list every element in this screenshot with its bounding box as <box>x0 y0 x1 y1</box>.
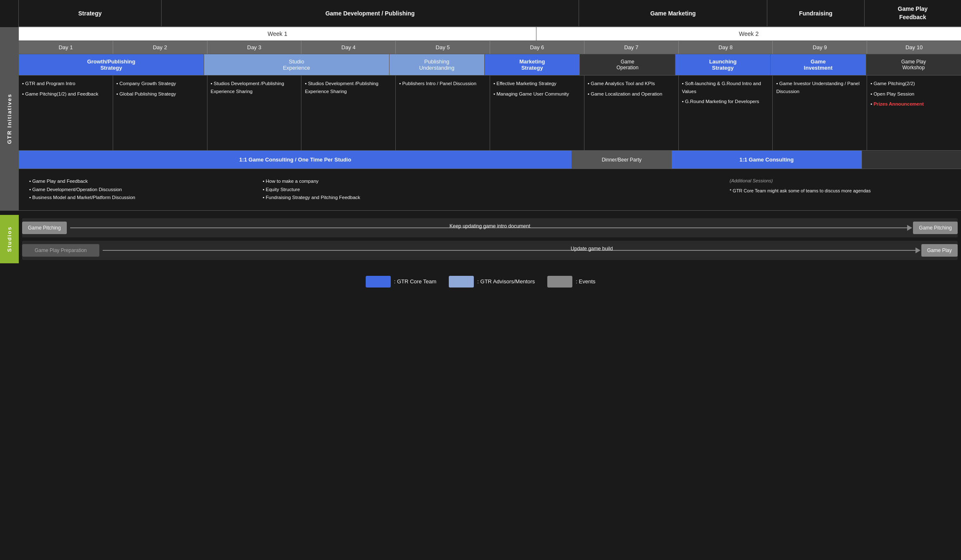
details-day8: Soft-launching & G.Round Intro and Value… <box>679 76 773 150</box>
studio-start-tag-1: Game Pitching <box>22 222 67 234</box>
activity-publishing: PublishingUnderstanding <box>389 54 485 75</box>
legend-label-events: : Events <box>576 278 595 285</box>
studio-start-text-2: Game Play Preparation <box>22 244 99 257</box>
legend-label-gtr: : GTR Core Team <box>394 278 437 285</box>
activity-investment: GameInvestment <box>771 54 866 75</box>
legend-item-advisors: : GTR Advisors/Mentors <box>449 276 535 288</box>
consulting-empty <box>862 151 961 169</box>
activity-game-op: GameOperation <box>580 54 675 75</box>
day-6: Day 6 <box>490 41 584 54</box>
extra-col2: How to make a company Equity Structure F… <box>256 177 490 202</box>
top-header: Strategy Game Development / Publishing G… <box>0 0 961 27</box>
legend-row: : GTR Core Team : GTR Advisors/Mentors :… <box>0 267 961 296</box>
content-area: Week 1 Week 2 Day 1 Day 2 Day 3 Day 4 Da… <box>19 27 961 211</box>
day-1: Day 1 <box>19 41 113 54</box>
week-row: Week 1 Week 2 <box>19 27 961 41</box>
legend-label-advisors: : GTR Advisors/Mentors <box>477 278 535 285</box>
activity-growth: Growth/PublishingStrategy <box>19 54 204 75</box>
page-wrapper: Strategy Game Development / Publishing G… <box>0 0 961 296</box>
studio-end-tag-1: Game Pitching <box>913 222 958 234</box>
details-day3: Studios Development /Publishing Experien… <box>207 76 302 150</box>
header-columns: Strategy Game Development / Publishing G… <box>19 0 961 27</box>
activity-studio: StudioExperience <box>204 54 389 75</box>
day-10: Day 10 <box>867 41 961 54</box>
day-2: Day 2 <box>113 41 207 54</box>
studio-row-pitching: Game Pitching Keep updating game intro d… <box>22 218 958 237</box>
legend-item-events: : Events <box>547 276 595 288</box>
details-day9: Game Investor Understanding / Panel Disc… <box>773 76 867 150</box>
activity-marketing: MarketingStrategy <box>485 54 580 75</box>
studio-end-tag-2: Game Play <box>921 244 958 257</box>
week2: Week 2 <box>536 27 961 40</box>
gtr-label: GTR Initiatives <box>0 27 19 211</box>
activity-launching: LaunchingStrategy <box>675 54 771 75</box>
day-row: Day 1 Day 2 Day 3 Day 4 Day 5 Day 6 Day … <box>19 41 961 54</box>
extra-col3 <box>490 177 723 202</box>
details-day1: GTR and Program Intro Game Pitching(1/2)… <box>19 76 113 150</box>
consulting-dinner: Dinner/Beer Party <box>572 151 671 169</box>
day-8: Day 8 <box>679 41 773 54</box>
details-day10: Game Pitching(2/2) Open Play Session Pri… <box>867 76 961 150</box>
legend-box-light-blue <box>449 276 474 288</box>
extra-col1: Game Play and Feedback Game Development/… <box>23 177 256 202</box>
header-game-play-feedback: Game PlayFeedback <box>865 0 961 26</box>
header-game-mkt: Game Marketing <box>579 0 768 26</box>
details-row: GTR and Program Intro Game Pitching(1/2)… <box>19 76 961 151</box>
details-day5: Publishers Intro / Panel Discussion <box>396 76 490 150</box>
studios-content: Game Pitching Keep updating game intro d… <box>19 215 961 263</box>
day-9: Day 9 <box>773 41 867 54</box>
studio-row-gameplay: Game Play Preparation Update game build … <box>22 241 958 260</box>
legend-box-gray <box>547 276 572 288</box>
legend-item-gtr: : GTR Core Team <box>366 276 437 288</box>
day-4: Day 4 <box>301 41 396 54</box>
day-5: Day 5 <box>396 41 490 54</box>
header-game-dev: Game Development / Publishing <box>162 0 579 26</box>
header-strategy: Strategy <box>19 0 162 26</box>
week1: Week 1 <box>19 27 536 40</box>
details-day7: Game Analytics Tool and KPIs Game Locali… <box>584 76 679 150</box>
details-day2: Company Growth Strategy Global Publishin… <box>113 76 207 150</box>
legend-box-blue <box>366 276 391 288</box>
activity-row: Growth/PublishingStrategy StudioExperien… <box>19 54 961 76</box>
consulting-row: 1:1 Game Consulting / One Time Per Studi… <box>19 151 961 169</box>
studio-middle-text-2: Update game build <box>571 246 613 252</box>
day-7: Day 7 <box>584 41 679 54</box>
consulting-secondary: 1:1 Game Consulting <box>672 151 862 169</box>
details-day6: Effective Marketing Strategy Managing Ga… <box>490 76 584 150</box>
studios-label: Studios <box>0 215 19 263</box>
extra-details-row: Game Play and Feedback Game Development/… <box>19 169 961 211</box>
activity-workshop: Game PlayWorkshop <box>866 54 961 75</box>
extra-col4: (Additional Sessions) * GTR Core Team mi… <box>723 177 957 202</box>
day-3: Day 3 <box>207 41 302 54</box>
gtr-section: GTR Initiatives Week 1 Week 2 Day 1 Day … <box>0 27 961 211</box>
details-day4: Studios Development /Publishing Experien… <box>301 76 396 150</box>
studio-middle-text-1: Keep updating game intro document <box>450 223 530 229</box>
consulting-main: 1:1 Game Consulting / One Time Per Studi… <box>19 151 572 169</box>
studios-section: Studios Game Pitching Keep updating game… <box>0 211 961 267</box>
header-fundraising: Fundraising <box>767 0 864 26</box>
